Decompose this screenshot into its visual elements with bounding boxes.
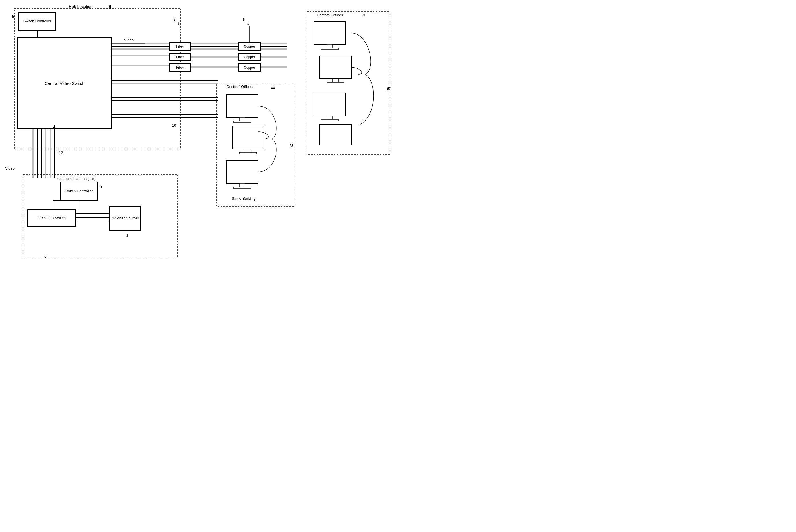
svg-rect-75 [320,125,351,145]
monitors-same-building [218,92,290,195]
svg-rect-65 [234,187,251,189]
central-video-switch-box: Central Video Switch [17,37,112,129]
fiber-box-3: Fiber [169,63,191,72]
diagram: Hub Location 6 Video 7 ↓ 8 ↓ Switch Cont… [0,0,398,266]
monitors-remote [308,19,386,145]
svg-rect-74 [321,119,338,121]
lines-number-12: 12 [59,150,63,155]
svg-rect-62 [239,152,257,154]
svg-rect-66 [314,21,345,44]
switch-controller-top-box: Switch Controller [19,12,56,31]
svg-rect-60 [232,126,264,149]
central-video-switch-label: Central Video Switch [45,81,85,86]
doctors-offices-remote-label: Doctors' Offices [317,13,343,17]
copper-box-1: Copper [238,42,261,51]
lines-number-10: 10 [172,123,176,128]
operating-rooms-number: 2 [44,255,47,259]
doctors-offices-same-building-label: Doctors' Offices [227,84,253,89]
copper-box-3: Copper [238,63,261,72]
svg-rect-71 [327,82,344,84]
hub-number: 6 [109,4,111,9]
svg-rect-72 [314,93,345,116]
svg-rect-58 [239,117,245,121]
switch-controller-or-label: Switch Controller [65,189,93,194]
doctors-offices-remote-number: 9 [363,13,365,17]
svg-rect-73 [327,116,332,119]
switch-controller-or-box: Switch Controller [60,182,97,201]
m-label-1: M [290,143,293,148]
m-label-2: M [387,86,391,91]
switch-controller-top-label: Switch Controller [23,19,51,24]
svg-rect-59 [234,121,251,122]
same-building-label-1: Same Building [232,196,256,201]
svg-rect-67 [327,44,332,48]
or-video-sources-box: OR Video Sources [109,206,141,231]
svg-rect-70 [332,79,338,82]
video-top-label: Video [123,38,134,42]
copper-arrow-label: 8 [243,17,246,22]
video-bottom-label: Video [5,166,15,170]
svg-rect-61 [245,149,251,152]
svg-rect-63 [227,160,258,183]
hub-location-label: Hub Location [69,4,93,9]
svg-rect-69 [320,56,351,79]
svg-rect-64 [239,183,245,187]
svg-rect-57 [227,95,258,117]
copper-box-2: Copper [238,53,261,61]
or-video-sources-number: 1 [126,233,128,238]
fiber-box-2: Fiber [169,53,191,61]
or-video-switch-box: OR Video Switch [27,209,76,226]
doctors-offices-same-building-number: 11 [271,84,275,89]
operating-rooms-label: Operating Rooms (1-n) [57,177,95,181]
switch-controller-or-number: 3 [101,184,102,189]
fiber-arrow-icon: ↓ [177,21,180,26]
fiber-box-1: Fiber [169,42,191,51]
switch-controller-top-number: 5 [12,14,14,19]
central-switch-number: 4 [53,125,55,129]
fiber-arrow-label: 7 [174,17,176,22]
svg-rect-68 [321,48,338,50]
copper-arrow-icon: ↓ [247,21,249,26]
